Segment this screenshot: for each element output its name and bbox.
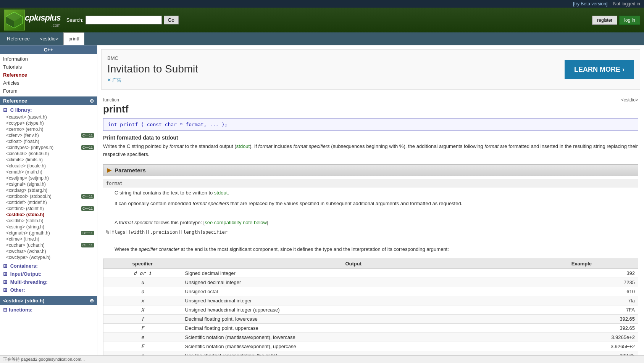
spec-cell: F	[103, 324, 182, 333]
link-cwchar[interactable]: <cwchar> (wchar.h)	[0, 248, 97, 254]
sidebar-item-information[interactable]: Information	[0, 55, 97, 63]
beta-link[interactable]: [try Beta version]	[573, 1, 607, 6]
register-button[interactable]: register	[592, 16, 617, 25]
link-cmath[interactable]: <cmath> (math.h)	[0, 169, 97, 175]
table-body: d or i Signed decimal integer 392 u Unsi…	[103, 269, 638, 363]
ad-close[interactable]: ✕ 广告	[107, 77, 198, 84]
sidebar-item-articles[interactable]: Articles	[0, 79, 97, 87]
cpp11-badge: C++11	[81, 194, 94, 199]
compat-note-link[interactable]: see compatibility note below	[205, 220, 267, 225]
function-content: function printf <cstdio> int printf ( co…	[97, 93, 644, 363]
example-cell: 392	[525, 269, 638, 278]
go-button[interactable]: Go	[164, 16, 179, 24]
inputoutput-title[interactable]: ⊞ Input/Output:	[0, 270, 97, 278]
link-cinttypes[interactable]: <cinttypes> (inttypes.h) C++11	[0, 145, 97, 151]
link-cstdint[interactable]: <cstdint> (stdint.h) C++11	[0, 206, 97, 212]
learn-more-button[interactable]: LEARN MORE ›	[565, 60, 634, 79]
inputoutput-label: Input/Output:	[10, 271, 42, 277]
output-cell: Scientific notation (mantissa/exponent),…	[182, 333, 525, 342]
table-row: e Scientific notation (mantissa/exponent…	[103, 333, 638, 342]
table-row: o Unsigned octal 610	[103, 287, 638, 296]
table-row: F Decimal floating point, uppercase 392.…	[103, 324, 638, 333]
sidebar-item-tutorials[interactable]: Tutorials	[0, 63, 97, 71]
link-cstdbool[interactable]: <cstdbool> (stdbool.h) C++11	[0, 193, 97, 199]
table-row: u Unsigned decimal integer 7235	[103, 278, 638, 287]
where-note: Where the specifier character at the end…	[103, 236, 638, 255]
link-cstdlib[interactable]: <cstdlib> (stdlib.h)	[0, 218, 97, 224]
cstdio-icon: ⊕	[90, 298, 94, 304]
param-format-name: format	[103, 179, 638, 188]
multithreading-title[interactable]: ⊞ Multi-threading:	[0, 278, 97, 286]
spec-cell: u	[103, 278, 182, 287]
containers-title[interactable]: ⊞ Containers:	[0, 262, 97, 270]
link-ciso646[interactable]: <ciso646> (iso646.h)	[0, 151, 97, 157]
cstdio-section-header: <cstdio> (stdio.h) ⊕	[0, 296, 97, 305]
search-input[interactable]	[86, 16, 162, 24]
cpp11-badge: C++11	[81, 133, 94, 138]
stdout-link2[interactable]: stdout	[214, 190, 228, 196]
link-cfloat[interactable]: <cfloat> (float.h)	[0, 138, 97, 145]
containers-label: Containers:	[10, 263, 38, 269]
param-format-desc2: It can optionally contain embedded forma…	[103, 198, 638, 209]
sidebar-item-reference[interactable]: Reference	[0, 71, 97, 79]
other-title[interactable]: ⊞ Other:	[0, 286, 97, 294]
link-csetjmp[interactable]: <csetjmp> (setjmp.h)	[0, 175, 97, 181]
statusbar: 正在等待 pagead2.googlesyndication.com...	[0, 355, 644, 363]
link-clocale[interactable]: <clocale> (locale.h)	[0, 163, 97, 169]
reference-section-header: Reference ⊕	[0, 96, 97, 105]
link-csignal[interactable]: <csignal> (signal.h)	[0, 181, 97, 187]
function-header: function printf <cstdio>	[103, 97, 638, 115]
statusbar-text: 正在等待 pagead2.googlesyndication.com...	[3, 357, 85, 361]
table-row: f Decimal floating point, lowercase 392.…	[103, 315, 638, 324]
cstdio-title: <cstdio> (stdio.h)	[3, 298, 44, 304]
function-description: Writes the C string pointed by format to…	[103, 143, 638, 159]
functions-title[interactable]: ⊟ functions:	[0, 306, 97, 314]
link-cerrno[interactable]: <cerrno> (errno.h)	[0, 126, 97, 132]
function-signature: int printf ( const char * format, ... );	[103, 118, 638, 131]
col-output: Output	[182, 259, 525, 269]
function-type: function	[103, 97, 128, 103]
tab-printf[interactable]: printf	[63, 32, 84, 45]
link-cstdarg[interactable]: <cstdarg> (stdarg.h)	[0, 187, 97, 193]
example-cell: 7fa	[525, 296, 638, 305]
link-cstdio[interactable]: <cstdio> (stdio.h)	[0, 212, 97, 218]
link-cuchar[interactable]: <cuchar> (uchar.h) C++11	[0, 242, 97, 248]
c-library-title[interactable]: ⊟ C library:	[0, 106, 97, 114]
link-climits[interactable]: <climits> (limits.h)	[0, 157, 97, 163]
sidebar-item-forum[interactable]: Forum	[0, 87, 97, 95]
spec-cell: E	[103, 342, 182, 351]
link-ctgmath[interactable]: <ctgmath> (tgmath.h) C++11	[0, 230, 97, 236]
logo[interactable]: cplusplus .com	[4, 10, 61, 31]
login-button[interactable]: log in	[619, 16, 640, 25]
table-row: d or i Signed decimal integer 392	[103, 269, 638, 278]
spec-cell: d or i	[103, 269, 182, 278]
cpp11-badge: C++11	[81, 145, 94, 150]
function-ref[interactable]: <cstdio>	[621, 97, 638, 103]
link-cwctype[interactable]: <cwctype> (wctype.h)	[0, 254, 97, 260]
main-layout: C++ Information Tutorials Reference Arti…	[0, 45, 644, 363]
proto-note: A format specifier follows this prototyp…	[103, 209, 638, 228]
c-library-section: ⊟ C library: <cassert> (assert.h) <cctyp…	[0, 105, 97, 295]
proto-format: %[flags][width][.precision][length]speci…	[106, 230, 638, 235]
tab-cstdio[interactable]: <cstdio>	[35, 32, 63, 45]
expand-icon: ⊞	[3, 279, 7, 285]
link-ctime[interactable]: <ctime> (time.h)	[0, 236, 97, 242]
multithreading-label: Multi-threading:	[10, 279, 48, 285]
stdout-link[interactable]: stdout	[236, 143, 250, 149]
link-cstring[interactable]: <cstring> (string.h)	[0, 224, 97, 230]
link-cassert[interactable]: <cassert> (assert.h)	[0, 114, 97, 120]
tab-reference[interactable]: Reference	[2, 32, 35, 45]
table-row: x Unsigned hexadecimal integer 7fa	[103, 296, 638, 305]
table-row: E Scientific notation (mantissa/exponent…	[103, 342, 638, 351]
link-cstddef[interactable]: <cstddef> (stddef.h)	[0, 199, 97, 206]
link-cctype[interactable]: <cctype> (ctype.h)	[0, 120, 97, 126]
logo-text: cplusplus .com	[25, 13, 61, 27]
example-cell: 3.9265E+2	[525, 342, 638, 351]
spec-cell: o	[103, 287, 182, 296]
link-cfenv[interactable]: <cfenv> (fenv.h) C++11	[0, 132, 97, 138]
parameters-header: ▶ Parameters	[103, 164, 638, 176]
col-specifier: specifier	[103, 259, 182, 269]
header: cplusplus .com Search: Go register log i…	[0, 8, 644, 32]
example-cell: 610	[525, 287, 638, 296]
expand-icon: ⊞	[3, 263, 7, 269]
